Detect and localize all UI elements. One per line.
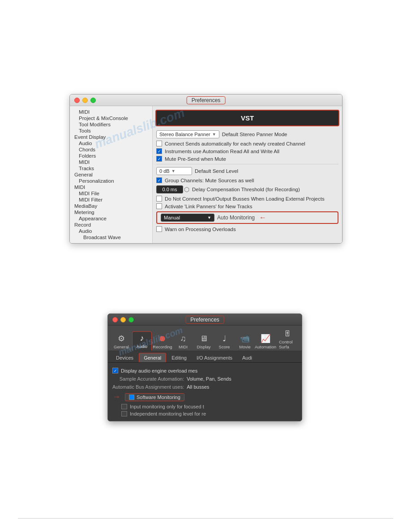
mute-presend-row: Mute Pre-Send when Mute [153,155,342,163]
software-monitoring-checkbox[interactable] [129,395,134,400]
independent-level-checkbox[interactable] [121,411,127,416]
warn-row: Warn on Processing Overloads [153,225,342,233]
sidebar-item-appearance[interactable]: Appearance [70,215,152,222]
toolbar-score[interactable]: ♩ Score [214,332,234,351]
sidebar-item-midi2[interactable]: MIDI [70,159,152,165]
toolbar-general[interactable]: ⚙ General [111,332,131,351]
general-icon: ⚙ [118,334,125,343]
input-monitoring-checkbox[interactable] [121,404,127,409]
instruments-row: Instruments use Automation Read All and … [153,147,342,155]
sample-accurate-label: Sample Accurate Automation: [112,376,184,382]
send-level-row: 0 dB ▼ Default Send Level [153,166,342,176]
sidebar-item-personalization[interactable]: Personalization [70,178,152,184]
display-audio-checkbox[interactable] [112,368,118,373]
sidebar-item-midi[interactable]: MIDI [70,109,152,115]
close-button[interactable] [74,98,80,103]
auto-bus-label: Automatic Bus Assignment uses: [112,384,184,390]
input-monitoring-label: Input monitoring only for focused t [130,404,204,409]
control-surface-icon: 🎚 [283,329,291,339]
tab-general[interactable]: General [139,353,166,362]
delay-comp-row: 0.0 ms ⬡ Delay Compensation Threshold (f… [153,184,342,195]
link-panners-checkbox[interactable] [156,203,162,209]
no-connect-checkbox[interactable] [156,196,162,202]
instruments-checkbox[interactable] [156,148,162,154]
sidebar-item-record[interactable]: Record [70,222,152,228]
sidebar-item-folders[interactable]: Folders [70,153,152,159]
bottom-maximize-button[interactable] [128,317,134,322]
movie-icon: 📹 [240,334,250,343]
group-channels-label: Group Channels: Mute Sources as well [165,178,254,183]
maximize-button[interactable] [90,98,96,103]
tab-editing[interactable]: Editing [167,353,191,362]
display-audio-row: Display audio engine overload mes [112,366,297,375]
toolbar-score-label: Score [219,344,230,349]
delay-comp-stepper[interactable]: ⬡ [184,186,189,193]
toolbar-audio[interactable]: ♪ Audio [132,331,152,351]
sidebar-item-tool-modifiers[interactable]: Tool Modifiers [70,121,152,128]
sidebar-item-audio[interactable]: Audio [70,140,152,146]
delay-comp-label: Delay Compensation Threshold (for Record… [192,187,300,192]
warn-checkbox[interactable] [156,226,162,232]
connect-sends-checkbox[interactable] [156,141,162,146]
tab-audi[interactable]: Audi [238,353,257,362]
minimize-button[interactable] [82,98,88,103]
default-send-label: Default Send Level [195,168,238,174]
toolbar-control-surface[interactable]: 🎚 Control Surfa [276,327,298,351]
monitoring-dropdown-arrow-icon: ▼ [207,215,211,220]
sidebar-item-metering[interactable]: Metering [70,209,152,215]
default-stereo-label: Default Stereo Panner Mode [222,132,287,137]
recording-icon: ⏺ [158,334,167,343]
delay-comp-input[interactable]: 0.0 ms [156,185,183,193]
sidebar-item-mediabay[interactable]: MediaBay [70,203,152,209]
toolbar-midi[interactable]: ♫ MIDI [173,332,193,351]
software-monitoring-label: Software Monitoring [137,395,180,400]
sidebar-item-project-mixconsole[interactable]: Project & MixConsole [70,115,152,121]
sidebar-item-broadcast-wave[interactable]: Broadcast Wave [70,234,152,240]
bottom-minimize-button[interactable] [120,317,126,322]
toolbar-movie[interactable]: 📹 Movie [235,332,255,351]
vst-panel: VST Stereo Balance Panner ▼ Default Ster… [153,106,342,243]
software-monitoring-box: Software Monitoring [125,393,184,401]
sidebar-item-event-display[interactable]: Event Display [70,134,152,140]
send-level-dropdown[interactable]: 0 dB ▼ [156,167,192,175]
tab-io-assignments[interactable]: I/O Assignments [192,353,237,362]
bottom-close-button[interactable] [112,317,118,322]
sidebar-item-record-audio[interactable]: Audio [70,228,152,234]
toolbar-recording[interactable]: ⏺ Recording [153,332,172,351]
page-separator [18,518,393,519]
audio-icon: ♪ [140,334,144,343]
arrow-left-icon: → [112,392,120,402]
link-panners-label: Activate 'Link Panners' for New Tracks [165,204,253,209]
top-title-bar: Preferences [70,94,342,106]
tab-devices[interactable]: Devices [111,353,138,362]
display-audio-label: Display audio engine overload mes [121,368,197,373]
toolbar-general-label: General [114,344,129,349]
group-channels-row: Group Channels: Mute Sources as well [153,176,342,184]
sidebar-item-tracks[interactable]: Tracks [70,165,152,172]
sidebar-item-midi-file[interactable]: MIDI File [70,190,152,197]
group-channels-checkbox[interactable] [156,177,162,183]
connect-sends-label: Connect Sends automatically for each new… [165,141,305,146]
toolbar-display[interactable]: 🖥 Display [194,332,214,351]
monitoring-dropdown[interactable]: Manual ▼ [161,214,214,222]
toolbar-recording-label: Recording [153,344,172,349]
sidebar-item-tools[interactable]: Tools [70,128,152,134]
bottom-toolbar: ⚙ General ♪ Audio ⏺ Recording ♫ MIDI 🖥 D… [108,326,302,351]
tabs-row: Devices General Editing I/O Assignments … [108,351,302,363]
sidebar-item-general[interactable]: General [70,172,152,178]
stereo-balance-dropdown[interactable]: Stereo Balance Panner ▼ [156,130,219,138]
auto-monitoring-row: Manual ▼ Auto Monitoring ← [156,211,338,224]
toolbar-control-label: Control Surfa [279,339,295,349]
bottom-window-title: Preferences [185,316,224,324]
sidebar-item-midi3[interactable]: MIDI [70,184,152,190]
bottom-preferences-window: manualslib.com Preferences ⚙ General ♪ A… [107,313,302,421]
independent-level-label: Independent monitoring level for re [130,411,206,416]
sidebar-item-chords[interactable]: Chords [70,146,152,153]
toolbar-automation[interactable]: 📈 Automation [256,332,275,351]
no-connect-label: Do Not Connect Input/Output Busses When … [165,196,325,202]
toolbar-movie-label: Movie [239,344,250,349]
instruments-label: Instruments use Automation Read All and … [165,149,279,154]
mute-presend-checkbox[interactable] [156,156,162,162]
toolbar-midi-label: MIDI [179,344,188,349]
sidebar-item-midi-filter[interactable]: MIDI Filter [70,197,152,203]
